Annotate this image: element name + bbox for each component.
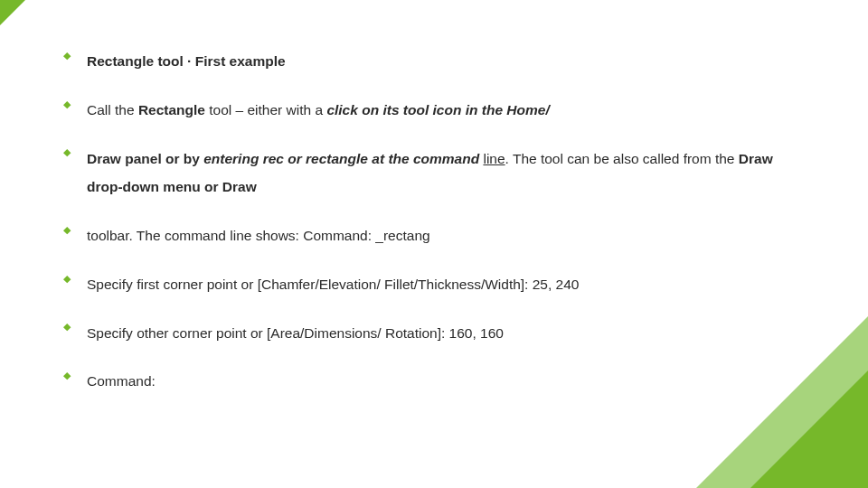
text-fragment: rec or rectangle at the command [259, 151, 483, 166]
list-item: Command: [63, 367, 805, 396]
text-fragment: Rectangle tool [87, 53, 184, 69]
text-fragment: Draw [739, 151, 773, 166]
text-fragment: Specify other corner point or [Area/Dime… [87, 325, 504, 341]
text-fragment: drop-down menu or [87, 179, 222, 194]
text-fragment: Draw [87, 151, 121, 166]
text-fragment: Specify first corner point or [Chamfer/E… [87, 277, 579, 292]
slide-content: Rectangle tool · First example Call the … [0, 0, 868, 396]
list-item: Call the Rectangle tool – either with a … [63, 96, 805, 125]
list-item: Specify other corner point or [Area/Dime… [63, 319, 805, 348]
text-fragment: . The tool can be also called from the [505, 151, 739, 166]
text-fragment: panel or by [121, 151, 203, 166]
text-fragment: click [326, 102, 357, 117]
text-fragment: Rectangle [138, 102, 205, 117]
bullet-list: Rectangle tool · First example Call the … [63, 47, 805, 396]
text-fragment: Draw [222, 179, 257, 194]
list-item: Specify first corner point or [Chamfer/E… [63, 270, 805, 299]
text-fragment: toolbar. The command line shows: Command… [87, 228, 430, 243]
text-fragment: Command: [87, 373, 156, 389]
list-item: Rectangle tool · First example [63, 47, 805, 76]
text-fragment: tool – either with a [205, 102, 326, 117]
text-fragment: Call the [87, 102, 138, 117]
decor-corner-top-left [0, 0, 25, 25]
list-item: Draw panel or by entering rec or rectang… [63, 145, 805, 202]
text-fragment: · First example [184, 53, 286, 69]
text-fragment: on its tool icon in the [358, 102, 506, 117]
list-item: toolbar. The command line shows: Command… [63, 221, 805, 250]
text-fragment: Home/ [506, 102, 549, 117]
text-fragment: line [483, 151, 505, 166]
text-fragment: entering [203, 151, 259, 166]
